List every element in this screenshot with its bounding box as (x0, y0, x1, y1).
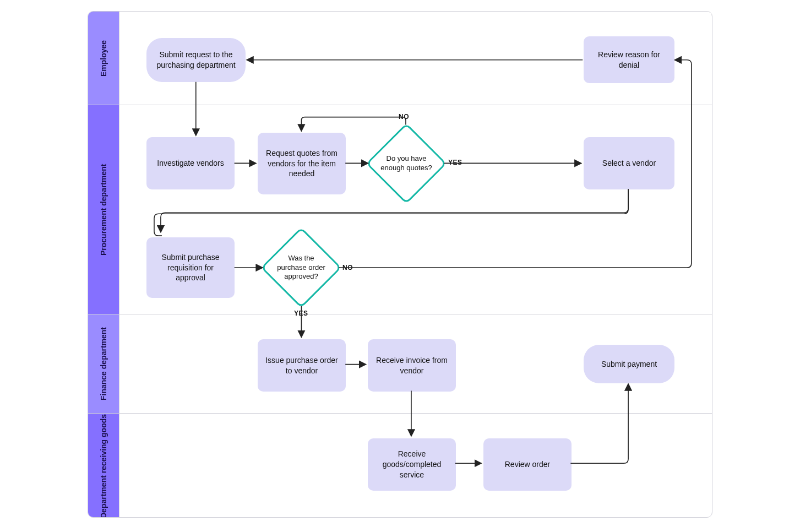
lane-label-finance: Finance department (88, 314, 119, 413)
lane-label-employee: Employee (88, 12, 119, 105)
edge-label-yes-quotes: YES (448, 159, 462, 166)
edge-label-no-approved: NO (342, 264, 353, 272)
lane-label-procurement: Procurement department (88, 105, 119, 314)
decision-enough-quotes-label: Do you have enough quotes? (379, 154, 434, 173)
decision-po-approved: Was the purchase order approved? (263, 229, 340, 306)
node-submit-req: Submit purchase requisition for approval (146, 237, 235, 298)
node-review-order: Review order (483, 438, 572, 491)
edge-label-no-quotes: NO (399, 113, 409, 121)
node-select-vendor: Select a vendor (584, 137, 674, 189)
edge-label-yes-approved: YES (294, 310, 308, 317)
swimlane-diagram: Employee Procurement department Finance … (88, 11, 712, 518)
decision-po-approved-label: Was the purchase order approved? (274, 254, 329, 282)
node-issue-po: Issue purchase order to vendor (258, 339, 346, 392)
node-request-quotes: Request quotes from vendors for the item… (258, 133, 346, 194)
node-receive-invoice: Receive invoice from vendor (368, 339, 456, 392)
node-receive-goods: Receive goods/completed service (368, 438, 456, 491)
node-review-denial: Review reason for denial (584, 36, 674, 83)
node-investigate: Investigate vendors (146, 137, 235, 189)
node-submit-request: Submit request to the purchasing departm… (146, 38, 246, 82)
lane-label-receiving: Department receiving goods (88, 414, 119, 518)
decision-enough-quotes: Do you have enough quotes? (368, 125, 445, 202)
node-submit-payment: Submit payment (584, 345, 674, 383)
